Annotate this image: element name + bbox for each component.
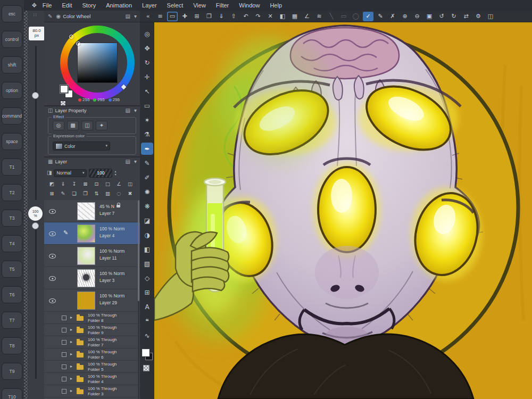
layer-action-button[interactable]: ◫ xyxy=(125,180,135,188)
menu-item[interactable]: Story xyxy=(82,2,96,9)
tool-button[interactable]: ▭ xyxy=(141,99,153,112)
toolbar-button[interactable]: ✓ xyxy=(363,12,373,21)
edge-key[interactable]: T4 xyxy=(2,235,22,252)
visibility-checkbox[interactable] xyxy=(62,364,66,369)
tool-button[interactable]: ⊞ xyxy=(141,286,153,298)
foreground-color-swatch[interactable] xyxy=(60,85,68,93)
layer-row[interactable]: 100 % Norm Layer 29 xyxy=(44,289,140,312)
layer-action-button[interactable]: ❏ xyxy=(69,189,79,197)
edge-key[interactable]: command xyxy=(2,107,22,124)
toolbar-button[interactable]: ⊕ xyxy=(400,12,410,21)
toolbar-button[interactable]: ◯ xyxy=(351,12,361,21)
tool-button[interactable]: A xyxy=(141,301,153,313)
toolbar-button[interactable]: ⇄ xyxy=(461,12,471,21)
edge-key[interactable]: T6 xyxy=(2,286,22,303)
visibility-eye-icon[interactable] xyxy=(49,209,56,214)
expand-arrow-icon[interactable]: ▸ xyxy=(70,389,72,393)
opacity-readout[interactable]: 100 % xyxy=(28,206,43,221)
effect-button[interactable]: ◫ xyxy=(81,121,93,130)
toolbar-button[interactable]: ⊖ xyxy=(412,12,422,21)
toolbar-button[interactable]: ◧ xyxy=(277,12,288,21)
toolbar-button[interactable]: ≋ xyxy=(314,12,325,21)
visibility-eye-icon[interactable] xyxy=(49,231,56,236)
edge-key[interactable]: esc xyxy=(2,5,22,22)
tool-button[interactable]: ∿ xyxy=(141,329,153,342)
folder-row[interactable]: ▸ 100 % Through Folder 8 xyxy=(44,312,140,324)
expand-arrow-icon[interactable]: ▸ xyxy=(70,315,72,320)
toolbar-button[interactable]: ▭ xyxy=(167,12,178,21)
toolbar-button[interactable]: ↶ xyxy=(240,12,251,21)
effect-button[interactable]: ◎ xyxy=(53,121,64,130)
layer-action-button[interactable]: ◌ xyxy=(114,189,124,197)
layer-action-button[interactable]: ⊠ xyxy=(80,180,90,188)
brush-size-slider[interactable] xyxy=(35,46,37,200)
tool-button[interactable]: ◎ xyxy=(141,28,153,40)
edge-key[interactable]: T1 xyxy=(2,159,22,176)
tool-button[interactable]: ❝ xyxy=(141,315,153,327)
blend-mode-dropdown[interactable]: Normal ▾ xyxy=(54,169,87,177)
tool-button[interactable]: ✺ xyxy=(141,186,153,198)
color-wheel-tab-icon[interactable]: ◉ xyxy=(56,14,61,19)
edge-key[interactable]: option xyxy=(2,82,22,99)
brush-size-slider-handle[interactable] xyxy=(32,92,39,99)
tool-button[interactable]: ⚗ xyxy=(141,128,153,140)
toolbar-button[interactable]: ╲ xyxy=(326,12,337,21)
tool-button[interactable]: ✶ xyxy=(141,114,153,126)
layer-action-button[interactable]: ❐ xyxy=(80,189,90,197)
visibility-checkbox[interactable] xyxy=(62,352,66,357)
layer-action-button[interactable]: ∠ xyxy=(114,180,124,188)
layer-action-button[interactable]: □ xyxy=(103,180,113,188)
tool-button[interactable]: ✒ xyxy=(141,143,153,155)
hue-ring-marker[interactable] xyxy=(69,35,73,39)
menu-item[interactable]: Edit xyxy=(62,2,72,9)
canvas[interactable] xyxy=(154,22,532,399)
opacity-spinner[interactable]: ▴ ▾ xyxy=(114,170,116,176)
effect-button[interactable]: ✦ xyxy=(96,121,107,130)
tool-button[interactable]: ✛ xyxy=(141,71,153,83)
layer-action-button[interactable]: ⇓ xyxy=(58,180,68,188)
toolbar-button[interactable]: ▣ xyxy=(424,12,435,21)
panel-collapse-icon[interactable]: ▾ xyxy=(134,14,137,19)
edit-palette-icon[interactable]: ✎ xyxy=(48,14,52,19)
toolbar-button[interactable]: ✕ xyxy=(265,12,276,21)
layer-thumbnail[interactable] xyxy=(77,269,95,287)
toolbar-button[interactable]: ⇓ xyxy=(216,12,227,21)
tool-button[interactable]: ↖ xyxy=(141,85,153,97)
layer-panel-collapse-icon[interactable]: ▾ xyxy=(134,159,137,164)
layer-row[interactable]: 45 % N Layer 7 xyxy=(44,200,140,222)
layer-thumbnail[interactable] xyxy=(77,202,95,220)
expand-arrow-icon[interactable]: ▸ xyxy=(70,364,72,369)
tool-button[interactable]: ◑ xyxy=(141,229,153,241)
app-logo-icon[interactable]: ❖ xyxy=(31,2,37,9)
visibility-checkbox[interactable] xyxy=(62,340,66,345)
toolbar-button[interactable]: ▦ xyxy=(289,12,300,21)
menu-item[interactable]: Animation xyxy=(106,2,132,9)
expand-arrow-icon[interactable]: ▸ xyxy=(70,377,72,381)
layer-action-button[interactable]: ⇅ xyxy=(92,189,102,197)
toolbar-button[interactable]: ✗ xyxy=(387,12,398,21)
edge-key[interactable]: T2 xyxy=(2,184,22,201)
toolbar-button[interactable]: ↺ xyxy=(436,12,447,21)
expand-arrow-icon[interactable]: ▸ xyxy=(70,328,72,332)
edge-key[interactable]: T9 xyxy=(2,363,22,380)
layer-panel-menu-icon[interactable]: ▤ xyxy=(126,159,130,164)
visibility-checkbox[interactable] xyxy=(62,328,66,332)
layer-thumbnail[interactable] xyxy=(77,247,95,265)
layer-property-menu-icon[interactable]: ▤ xyxy=(126,108,130,113)
menu-item[interactable]: View xyxy=(193,2,206,9)
edge-key[interactable]: T10 xyxy=(2,388,22,399)
folder-row[interactable]: ▸ 100 % Through Folder 4 xyxy=(44,373,140,385)
toolbar-button[interactable]: ❐ xyxy=(204,12,214,21)
brush-size-readout[interactable]: 80.0 px xyxy=(29,27,45,40)
tool-button[interactable]: ◧ xyxy=(141,243,153,255)
effect-button[interactable]: ▩ xyxy=(67,121,79,130)
expand-arrow-icon[interactable]: ▸ xyxy=(70,352,72,356)
tool-button[interactable]: ✐ xyxy=(141,171,153,184)
visibility-eye-icon[interactable] xyxy=(49,276,56,281)
edge-key[interactable]: shift xyxy=(2,56,22,73)
layer-thumbnail[interactable] xyxy=(77,225,95,243)
menu-item[interactable]: Filter xyxy=(216,2,229,9)
saturation-value-square[interactable] xyxy=(77,43,118,83)
layer-action-button[interactable]: ▥ xyxy=(103,189,113,197)
layer-opacity-slider[interactable]: 100 xyxy=(89,169,112,178)
